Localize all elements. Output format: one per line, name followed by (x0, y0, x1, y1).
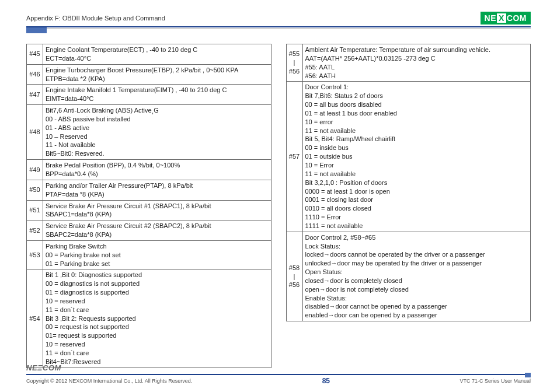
table-row: #45Engine Coolant Temperature(ECT) , -40… (27, 44, 271, 65)
table-row: #46Engine Turbocharger Boost Pressure(ET… (27, 64, 271, 85)
header-rule (26, 26, 531, 27)
table-row: #49Brake Pedal Position (BPP), 0.4 %/bit… (27, 160, 271, 180)
row-description: Brake Pedal Position (BPP), 0.4 %/bit, 0… (43, 160, 271, 180)
row-id: #53 (27, 240, 43, 270)
table-row: #57Door Control 1: Bit 7,Bit6: Status 2 … (286, 82, 531, 232)
right-column: #55 | #56Ambient Air Temperature: Temper… (286, 44, 531, 368)
row-id: #52 (27, 220, 43, 241)
row-description: Ambient Air Temperature: Temperature of … (302, 44, 531, 82)
header-subrule (26, 29, 531, 29)
row-id: #54 (27, 270, 43, 368)
row-description: Bit 1 ,Bit 0: Diagnostics supported 00 =… (43, 270, 271, 368)
row-id: #55 | #56 (286, 44, 302, 82)
copyright-text: Copyright © 2012 NEXCOM International Co… (26, 378, 192, 384)
row-id: #58 | #56 (286, 232, 302, 321)
table-row: #48Bit7,6 Anti-Lock Braking (ABS) Active… (27, 105, 271, 160)
row-id: #45 (27, 44, 43, 65)
row-id: #49 (27, 160, 43, 180)
table-row: #54Bit 1 ,Bit 0: Diagnostics supported 0… (27, 270, 271, 368)
content-columns: #45Engine Coolant Temperature(ECT) , -40… (26, 44, 531, 368)
row-id: #57 (286, 82, 302, 232)
row-description: Engine Turbocharger Boost Pressure(ETBP)… (43, 64, 271, 85)
logo-part-x: X (497, 13, 506, 23)
logo-part-ne: NE (485, 13, 496, 23)
left-column: #45Engine Coolant Temperature(ECT) , -40… (26, 44, 271, 368)
page-number: 85 (322, 377, 330, 385)
page-footer: NE‍ΞCOM Copyright © 2012 NEXCOM Internat… (26, 363, 531, 385)
row-description: Parking Brake Switch 00 = Parking brake … (43, 240, 271, 270)
row-description: Engine Coolant Temperature(ECT) , -40 to… (43, 44, 271, 65)
table-row: #55 | #56Ambient Air Temperature: Temper… (286, 44, 531, 82)
table-row: #53Parking Brake Switch 00 = Parking bra… (27, 240, 271, 270)
row-id: #47 (27, 85, 43, 105)
table-row: #58 | #56Door Control 2, #58~#65 Lock St… (286, 232, 531, 321)
row-description: Service Brake Air Pressure Circuit #2 (S… (43, 220, 271, 241)
row-description: Service Brake Air Pressure Circuit #1 (S… (43, 200, 271, 220)
manual-name: VTC 71-C Series User Manual (459, 378, 531, 384)
row-id: #51 (27, 200, 43, 220)
row-description: Parking and/or Trailer Air Pressure(PTAP… (43, 180, 271, 200)
footer-logo: NE‍ΞCOM (26, 363, 61, 372)
row-description: Door Control 1: Bit 7,Bit6: Status 2 of … (302, 82, 531, 232)
table-row: #50Parking and/or Trailer Air Pressure(P… (27, 180, 271, 200)
table-row: #47Engine Intake Manifold 1 Temperature(… (27, 85, 271, 105)
right-table: #55 | #56Ambient Air Temperature: Temper… (286, 44, 531, 321)
logo-part-com: COM (507, 13, 527, 23)
row-id: #46 (27, 64, 43, 85)
page-header: Appendix F: OBDII Module Setup and Comma… (26, 12, 531, 24)
footer-rule (26, 374, 531, 375)
row-description: Bit7,6 Anti-Lock Braking (ABS) Active¸G … (43, 105, 271, 160)
appendix-title: Appendix F: OBDII Module Setup and Comma… (26, 15, 165, 22)
row-description: Engine Intake Manifold 1 Temperature(EIM… (43, 85, 271, 105)
row-id: #50 (27, 180, 43, 200)
table-row: #52Service Brake Air Pressure Circuit #2… (27, 220, 271, 241)
row-id: #48 (27, 105, 43, 160)
table-row: #51Service Brake Air Pressure Circuit #1… (27, 200, 271, 220)
row-description: Door Control 2, #58~#65 Lock Status: loc… (302, 232, 531, 321)
left-table: #45Engine Coolant Temperature(ECT) , -40… (26, 44, 271, 368)
nexcom-logo: NEXCOM (481, 12, 531, 24)
